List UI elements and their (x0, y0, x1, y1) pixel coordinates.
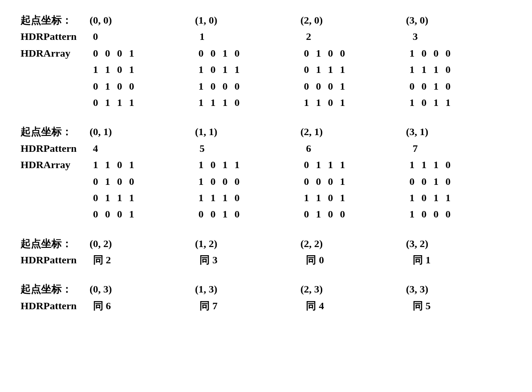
coord-row: 起点坐标：(0, 2)(1, 2)(2, 2)(3, 2) (21, 235, 511, 252)
matrix-cell: 0 (90, 94, 102, 111)
pattern-label: HDRPattern (21, 140, 85, 157)
matrix-cell: 1 (219, 45, 231, 61)
matrix-cell: 1 (102, 173, 114, 190)
matrix-row: 0111 (90, 94, 195, 111)
coord-value: (1, 2) (195, 235, 301, 252)
matrix-cell: 0 (300, 173, 312, 190)
coord-value: (0, 0) (90, 12, 195, 28)
array-row: HDRArray00011101010001110010101110001110… (21, 45, 511, 111)
coord-value: (0, 3) (90, 281, 195, 297)
matrix-cell: 1 (102, 78, 114, 94)
matrix-cell: 0 (114, 78, 126, 94)
coord-value: (0, 2) (90, 235, 195, 252)
matrix-cell: 1 (195, 78, 207, 94)
matrix-row: 1000 (406, 206, 511, 222)
matrix-cell: 0 (207, 206, 219, 222)
matrix-cell: 1 (406, 157, 418, 173)
pattern-label: HDRPattern (21, 252, 85, 268)
matrix-cell: 0 (430, 206, 442, 222)
coord-value: (3, 0) (406, 12, 511, 28)
array-matrix: 1110001010111000 (406, 157, 511, 223)
matrix-row: 0100 (300, 206, 406, 222)
coord-value: (1, 1) (195, 124, 301, 140)
matrix-cell: 1 (207, 190, 219, 206)
matrix-cell: 1 (195, 190, 207, 206)
matrix-cell: 0 (324, 190, 336, 206)
pattern-row: HDRPattern同 6同 7同 4同 5 (21, 298, 511, 314)
matrix-cell: 1 (312, 206, 324, 222)
matrix-cell: 0 (231, 173, 243, 190)
matrix-cell: 0 (300, 157, 312, 173)
coord-value: (0, 1) (90, 124, 195, 140)
array-matrix: 1000111000101011 (406, 45, 511, 111)
matrix-cell: 0 (231, 45, 243, 61)
matrix-cell: 1 (126, 61, 138, 78)
coord-row: 起点坐标：(0, 0)(1, 0)(2, 0)(3, 0) (21, 12, 511, 28)
coord-row: 起点坐标：(0, 1)(1, 1)(2, 1)(3, 1) (21, 124, 511, 140)
matrix-cell: 0 (312, 78, 324, 94)
matrix-row: 0001 (90, 45, 195, 61)
matrix-cell: 0 (231, 78, 243, 94)
array-row: HDRArray11010100011100011011100011100010… (21, 157, 511, 223)
matrix-row: 1110 (195, 94, 301, 111)
matrix-row: 1011 (406, 94, 511, 111)
matrix-cell: 1 (126, 157, 138, 173)
matrix-row: 1101 (300, 190, 406, 206)
matrix-cell: 0 (442, 157, 454, 173)
pattern-value: 同 1 (405, 252, 511, 268)
pattern-value: 同 3 (192, 252, 298, 268)
matrix-cell: 0 (300, 45, 312, 61)
matrix-cell: 1 (102, 61, 114, 78)
matrix-cell: 0 (442, 45, 454, 61)
array-matrix: 0001110101000111 (90, 45, 195, 111)
matrix-cell: 1 (300, 94, 312, 111)
pattern-value: 1 (192, 28, 298, 45)
matrix-cell: 1 (336, 157, 348, 173)
matrix-cell: 1 (312, 157, 324, 173)
matrix-row: 1101 (90, 61, 195, 78)
matrix-row: 0001 (300, 78, 406, 94)
matrix-cell: 1 (300, 190, 312, 206)
matrix-cell: 1 (126, 45, 138, 61)
matrix-cell: 1 (406, 94, 418, 111)
matrix-cell: 0 (90, 190, 102, 206)
matrix-row: 1110 (406, 61, 511, 78)
matrix-cell: 0 (336, 45, 348, 61)
matrix-cell: 0 (300, 61, 312, 78)
matrix-cell: 1 (430, 61, 442, 78)
matrix-cell: 0 (406, 173, 418, 190)
array-matrix: 0010101110001110 (195, 45, 301, 111)
matrix-cell: 0 (442, 78, 454, 94)
pattern-row: HDRPattern0123 (21, 28, 511, 45)
matrix-cell: 0 (126, 78, 138, 94)
matrix-cell: 1 (126, 190, 138, 206)
matrix-cell: 0 (90, 173, 102, 190)
matrix-cell: 0 (300, 78, 312, 94)
matrix-cell: 1 (336, 61, 348, 78)
matrix-cell: 0 (430, 45, 442, 61)
pattern-label: HDRPattern (21, 28, 85, 45)
matrix-cell: 1 (219, 157, 231, 173)
matrix-row: 0111 (300, 61, 406, 78)
matrix-cell: 1 (418, 61, 430, 78)
matrix-cell: 1 (406, 190, 418, 206)
matrix-cell: 1 (324, 157, 336, 173)
matrix-cell: 0 (195, 45, 207, 61)
matrix-row: 1000 (406, 45, 511, 61)
matrix-cell: 1 (312, 94, 324, 111)
coord-label: 起点坐标： (21, 281, 90, 297)
coord-label: 起点坐标： (21, 235, 90, 252)
matrix-row: 1000 (195, 173, 301, 190)
array-matrix: 0100011100011101 (300, 45, 406, 111)
matrix-cell: 0 (219, 78, 231, 94)
pattern-value: 5 (192, 140, 298, 157)
matrix-cell: 1 (207, 94, 219, 111)
pattern-value: 3 (405, 28, 511, 45)
matrix-cell: 0 (418, 206, 430, 222)
matrix-cell: 0 (336, 206, 348, 222)
matrix-row: 1101 (90, 157, 195, 173)
matrix-row: 0100 (90, 78, 195, 94)
coord-value: (2, 1) (300, 124, 406, 140)
matrix-cell: 0 (442, 61, 454, 78)
matrix-cell: 0 (114, 61, 126, 78)
